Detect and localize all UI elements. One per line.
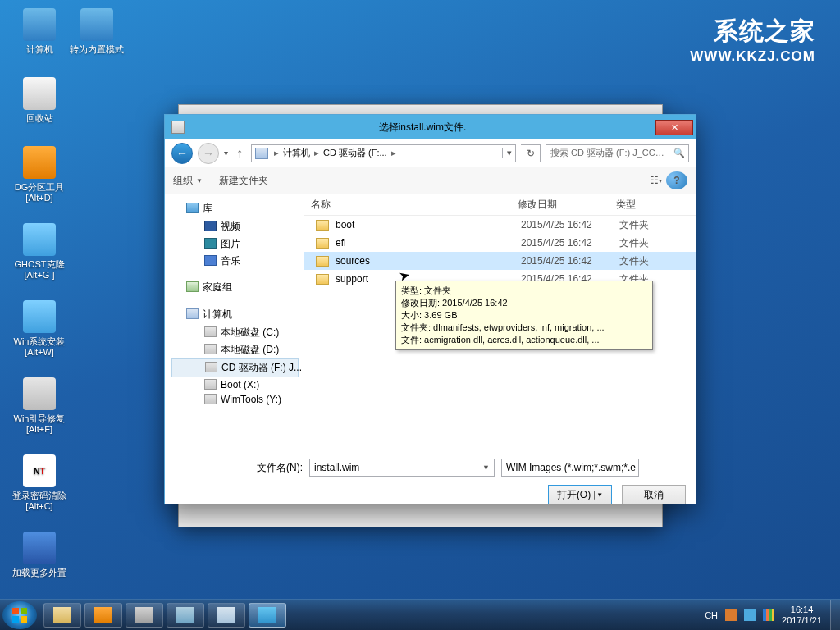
taskbar-clock[interactable]: 16:14 2017/1/21 [782,605,822,626]
desktop-icon-boot-repair[interactable]: Win引导修复 [Alt+F] [10,377,69,435]
nav-sidebar: 库 视频 图片 音乐 家庭组 计算机 本地磁盘 (C:) 本地磁盘 (D:) C… [165,194,304,452]
dialog-toolbar: 组织▼ 新建文件夹 ☷▾ ? [165,167,696,194]
desktop-icon-label: Win引导修复 [Alt+F] [14,413,66,434]
column-headers: 名称 修改日期 类型 [304,194,696,216]
sidebar-drive-c[interactable]: 本地磁盘 (C:) [171,324,304,341]
sidebar-drive-y[interactable]: WimTools (Y:) [171,392,304,407]
sidebar-videos[interactable]: 视频 [171,218,304,235]
col-date[interactable]: 修改日期 [518,198,616,212]
tooltip-folders: 文件夹: dlmanifests, etwproviders, inf, mig… [401,322,647,334]
disk-icon [204,394,217,404]
cancel-button[interactable]: 取消 [622,485,686,504]
dialog-icon [171,121,185,134]
file-row[interactable]: boot 2015/4/25 16:42 文件夹 [304,216,696,234]
desktop-icon-password-clear[interactable]: NT登录密码清除 [Alt+C] [10,454,69,512]
disk-icon [204,326,217,337]
nav-back-button[interactable]: ← [171,143,193,164]
partition-tool-icon [94,607,112,623]
folder-icon [316,274,329,285]
tooltip-date: 修改日期: 2015/4/25 16:42 [401,297,647,309]
clock-date: 2017/1/21 [782,615,822,626]
desktop-icon-dg-partition[interactable]: DG分区工具 [Alt+D] [10,146,69,203]
sidebar-computer[interactable]: 计算机 [171,305,304,324]
sidebar-drive-f-cd[interactable]: CD 驱动器 (F:) J... [171,358,299,377]
system-tray: CH 16:14 2017/1/21 [705,605,830,626]
refresh-button[interactable]: ↻ [521,144,541,162]
cd-icon [205,362,217,372]
new-folder-button[interactable]: 新建文件夹 [211,174,276,188]
desktop-icon-computer[interactable]: 计算机 [10,8,69,55]
taskbar-app-1[interactable] [43,603,81,628]
taskbar-app-5[interactable] [208,603,245,628]
nav-history-dropdown[interactable]: ▾ [224,148,228,158]
taskbar-tasks [43,603,286,628]
window-icon [217,607,235,623]
desktop-icon-label: GHOST克隆 [Alt+G ] [14,259,64,280]
taskbar-app-3[interactable] [126,603,163,628]
taskbar-app-6[interactable] [249,603,286,628]
nav-forward-button[interactable]: → [198,143,219,164]
taskbar-app-4[interactable] [167,603,204,628]
computer-icon [186,308,199,319]
close-icon: ✕ [671,122,678,132]
file-rows: boot 2015/4/25 16:42 文件夹 efi 2015/4/25 1… [304,216,696,288]
desktop-icon-win-install[interactable]: Win系统安装 [Alt+W] [10,300,69,358]
filetype-select[interactable]: WIM Images (*.wim;*.swm;*.e▼ [501,459,639,477]
file-manager-icon [53,607,71,623]
breadcrumb-root[interactable]: 计算机 [281,147,312,159]
organize-button[interactable]: 组织▼ [173,174,211,188]
taskbar-app-2[interactable] [84,603,122,628]
desktop-icon-label: 加载更多外置 [12,568,66,578]
show-desktop-button[interactable] [830,600,840,631]
picture-icon [204,238,217,249]
active-app-icon [258,607,276,623]
breadcrumb-sep-icon: ▸ [272,148,281,158]
view-mode-button[interactable]: ☷▾ [645,171,666,189]
desktop-icon-label: 回收站 [26,113,53,123]
desktop-icon-label: 计算机 [26,44,53,54]
close-button[interactable]: ✕ [655,120,693,135]
desktop-icon-recycle-bin[interactable]: 回收站 [10,77,69,124]
folder-icon [316,238,329,249]
dialog-title: 选择install.wim文件. [189,121,655,135]
sidebar-drive-d[interactable]: 本地磁盘 (D:) [171,341,304,358]
disk-icon [204,379,217,390]
sidebar-libraries[interactable]: 库 [171,199,304,218]
filename-label: 文件名(N): [175,461,303,475]
start-button[interactable] [2,601,37,629]
sidebar-drive-x[interactable]: Boot (X:) [171,377,304,392]
chevron-down-icon: ▼ [196,177,203,185]
tray-icon-1[interactable] [725,609,737,621]
folder-icon [316,220,329,231]
windows-logo-icon [12,608,27,623]
col-type[interactable]: 类型 [616,198,696,212]
desktop-icon-switch-mode[interactable]: 转为内置模式 [67,8,126,55]
tray-icon-3[interactable] [763,609,774,621]
sidebar-homegroup[interactable]: 家庭组 [171,278,304,297]
address-dropdown[interactable]: ▾ [502,148,515,158]
filename-input[interactable]: install.wim▼ [309,459,495,477]
open-button[interactable]: 打开(O)│▼ [548,485,612,504]
tooltip-type: 类型: 文件夹 [401,285,647,297]
nav-up-button[interactable]: ↑ [233,146,246,161]
breadcrumb-current[interactable]: CD 驱动器 (F:... [322,147,389,159]
desktop-icon-label: 登录密码清除 [Alt+C] [12,491,66,511]
address-bar[interactable]: ▸ 计算机 ▸ CD 驱动器 (F:... ▸ ▾ [251,144,516,162]
tray-icon-2[interactable] [744,609,756,621]
help-button[interactable]: ? [666,171,687,189]
desktop-icon-label: Win系统安装 [Alt+W] [14,336,66,357]
sidebar-music[interactable]: 音乐 [171,253,304,270]
sidebar-pictures[interactable]: 图片 [171,235,304,253]
disk-icon [204,344,217,354]
file-row[interactable]: efi 2015/4/25 16:42 文件夹 [304,234,696,252]
search-input[interactable]: 搜索 CD 驱动器 (F:) J_CCSA_... 🔍 [546,144,689,162]
file-row[interactable]: sources 2015/4/25 16:42 文件夹 [304,252,696,270]
col-name[interactable]: 名称 [311,198,518,212]
ime-indicator[interactable]: CH [705,610,718,620]
tools-icon [176,607,194,623]
desktop-icon-ghost-clone[interactable]: GHOST克隆 [Alt+G ] [10,223,69,281]
dialog-titlebar[interactable]: 选择install.wim文件. ✕ [165,115,696,139]
library-icon [186,203,199,213]
desktop-icon-load-more[interactable]: 加载更多外置 [10,532,69,578]
tooltip-size: 大小: 3.69 GB [401,309,647,322]
